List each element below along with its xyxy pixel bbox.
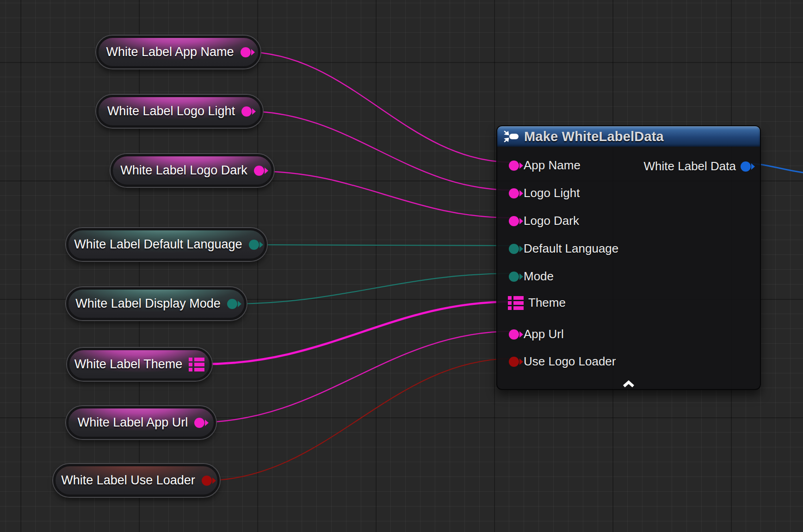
string-pin-icon[interactable]: [509, 188, 519, 198]
variable-label: White Label Theme: [74, 357, 183, 371]
input-pin-row: Theme: [508, 296, 566, 310]
make-struct-icon: [504, 130, 519, 143]
enum-pin-icon[interactable]: [509, 244, 519, 254]
variable-node-white-label-display-mode[interactable]: White Label Display Mode: [66, 287, 247, 320]
collapse-node-button[interactable]: [619, 378, 638, 390]
input-pin-row: App Name: [509, 158, 581, 173]
string-pin-icon[interactable]: [509, 161, 519, 171]
bool-pin-icon[interactable]: [509, 357, 519, 367]
variable-label: White Label Logo Light: [107, 104, 235, 118]
variable-label: White Label Default Language: [74, 237, 242, 252]
wire-app-url: [198, 331, 513, 422]
variable-label: White Label Logo Dark: [120, 163, 247, 178]
node-title: Make WhiteLabelData: [524, 129, 664, 144]
chevron-up-icon: [623, 380, 635, 388]
variable-node-white-label-logo-dark[interactable]: White Label Logo Dark: [111, 154, 274, 187]
blueprint-canvas[interactable]: White Label App Name White Label Logo Li…: [0, 0, 803, 532]
input-pin-row: Logo Light: [509, 186, 580, 200]
pin-label: App Url: [524, 327, 564, 341]
wire-theme: [204, 302, 513, 364]
pin-label: White Label Data: [644, 159, 736, 173]
make-whitelabeldata-node[interactable]: Make WhiteLabelData App Name Logo Light …: [496, 125, 761, 390]
string-pin-icon[interactable]: [241, 106, 252, 117]
variable-label: White Label Use Loader: [61, 473, 195, 488]
variable-node-white-label-app-url[interactable]: White Label App Url: [66, 406, 216, 439]
pin-label: Logo Dark: [524, 214, 579, 228]
string-pin-icon[interactable]: [254, 166, 264, 176]
enum-pin-icon[interactable]: [227, 299, 237, 309]
pin-label: Theme: [528, 296, 566, 310]
string-pin-icon[interactable]: [194, 418, 204, 428]
wire-app-name: [244, 52, 513, 162]
pin-label: App Name: [524, 158, 581, 173]
variable-node-white-label-logo-light[interactable]: White Label Logo Light: [96, 95, 263, 128]
input-pin-row: Logo Dark: [509, 214, 579, 228]
node-header[interactable]: Make WhiteLabelData: [497, 126, 760, 147]
pin-label: Default Language: [524, 241, 618, 256]
bool-pin-icon[interactable]: [202, 476, 212, 486]
wire-logo-dark: [256, 171, 513, 218]
output-pin-row: White Label Data: [644, 159, 751, 173]
variable-node-white-label-use-loader[interactable]: White Label Use Loader: [53, 464, 220, 497]
enum-pin-icon[interactable]: [249, 240, 259, 250]
wire-default-language: [250, 245, 513, 246]
input-pin-row: Mode: [509, 269, 554, 284]
wire-logo-light: [245, 111, 513, 190]
variable-node-white-label-app-name[interactable]: White Label App Name: [96, 36, 260, 68]
enum-pin-icon[interactable]: [509, 272, 519, 282]
struct-pin-icon[interactable]: [508, 296, 524, 310]
input-pin-row: Use Logo Loader: [509, 354, 616, 369]
struct-output-pin-icon[interactable]: [741, 161, 751, 172]
pin-label: Use Logo Loader: [524, 354, 616, 369]
variable-node-white-label-default-language[interactable]: White Label Default Language: [66, 228, 267, 261]
wire-use-loader: [204, 359, 513, 481]
input-pin-row: Default Language: [509, 241, 618, 256]
variable-label: White Label App Name: [106, 45, 234, 59]
input-pin-row: App Url: [509, 327, 564, 341]
variable-label: White Label Display Mode: [75, 297, 221, 311]
string-pin-icon[interactable]: [241, 47, 251, 57]
string-pin-icon[interactable]: [509, 216, 519, 226]
pin-label: Logo Light: [524, 186, 580, 200]
variable-label: White Label App Url: [78, 415, 188, 430]
pin-label: Mode: [524, 269, 554, 284]
struct-pin-icon[interactable]: [189, 358, 204, 371]
variable-node-white-label-theme[interactable]: White Label Theme: [67, 348, 212, 381]
string-pin-icon[interactable]: [509, 329, 519, 340]
wire-display-mode: [230, 273, 513, 304]
